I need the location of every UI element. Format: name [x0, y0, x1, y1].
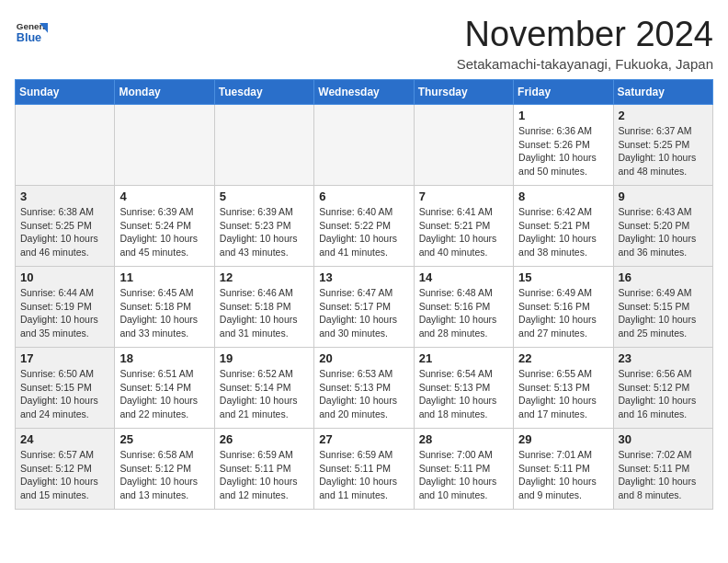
day-number: 3	[20, 190, 109, 203]
calendar-day-cell: 25Sunrise: 6:58 AMSunset: 5:12 PMDayligh…	[115, 429, 214, 510]
calendar-day-cell: 11Sunrise: 6:45 AMSunset: 5:18 PMDayligh…	[115, 267, 214, 348]
calendar-day-cell: 24Sunrise: 6:57 AMSunset: 5:12 PMDayligh…	[16, 429, 115, 510]
day-info: Sunrise: 6:49 AMSunset: 5:16 PMDaylight:…	[518, 286, 608, 340]
location: Setakamachi-takayanagi, Fukuoka, Japan	[457, 56, 713, 72]
day-number: 27	[319, 432, 408, 446]
day-info: Sunrise: 6:58 AMSunset: 5:12 PMDaylight:…	[119, 448, 209, 502]
day-info: Sunrise: 6:36 AMSunset: 5:26 PMDaylight:…	[518, 124, 608, 178]
calendar-day-cell: 7Sunrise: 6:41 AMSunset: 5:21 PMDaylight…	[414, 186, 513, 267]
day-info: Sunrise: 6:41 AMSunset: 5:21 PMDaylight:…	[419, 205, 508, 259]
day-number: 30	[619, 432, 708, 446]
calendar-day-cell: 22Sunrise: 6:55 AMSunset: 5:13 PMDayligh…	[514, 348, 613, 429]
day-number: 7	[419, 190, 508, 203]
day-number: 15	[518, 270, 608, 284]
calendar-day-cell: 17Sunrise: 6:50 AMSunset: 5:15 PMDayligh…	[16, 348, 115, 429]
day-info: Sunrise: 6:52 AMSunset: 5:14 PMDaylight:…	[220, 367, 309, 421]
calendar-week-row: 10Sunrise: 6:44 AMSunset: 5:19 PMDayligh…	[16, 267, 713, 348]
calendar-day-cell: 1Sunrise: 6:36 AMSunset: 5:26 PMDaylight…	[514, 105, 613, 186]
day-of-week-header: Thursday	[414, 80, 513, 105]
day-number: 25	[119, 432, 209, 446]
calendar-day-cell: 23Sunrise: 6:56 AMSunset: 5:12 PMDayligh…	[613, 348, 712, 429]
day-number: 10	[20, 270, 109, 284]
day-info: Sunrise: 6:57 AMSunset: 5:12 PMDaylight:…	[20, 448, 109, 502]
page-header: General Blue November 2024 Setakamachi-t…	[15, 15, 713, 72]
day-of-week-header: Saturday	[613, 80, 712, 105]
calendar-day-cell: 15Sunrise: 6:49 AMSunset: 5:16 PMDayligh…	[514, 267, 613, 348]
day-number: 13	[319, 270, 408, 284]
calendar-day-cell: 27Sunrise: 6:59 AMSunset: 5:11 PMDayligh…	[314, 429, 414, 510]
calendar-week-row: 1Sunrise: 6:36 AMSunset: 5:26 PMDaylight…	[16, 105, 713, 186]
calendar-day-cell: 18Sunrise: 6:51 AMSunset: 5:14 PMDayligh…	[115, 348, 214, 429]
day-info: Sunrise: 6:55 AMSunset: 5:13 PMDaylight:…	[518, 367, 608, 421]
calendar-day-cell: 2Sunrise: 6:37 AMSunset: 5:25 PMDaylight…	[613, 105, 712, 186]
day-number: 22	[518, 351, 608, 365]
calendar-day-cell: 13Sunrise: 6:47 AMSunset: 5:17 PMDayligh…	[314, 267, 414, 348]
day-info: Sunrise: 6:37 AMSunset: 5:25 PMDaylight:…	[619, 124, 708, 178]
calendar-table: SundayMondayTuesdayWednesdayThursdayFrid…	[15, 79, 713, 510]
month-title: November 2024	[457, 15, 713, 54]
day-info: Sunrise: 6:38 AMSunset: 5:25 PMDaylight:…	[20, 205, 109, 259]
day-info: Sunrise: 6:42 AMSunset: 5:21 PMDaylight:…	[518, 205, 608, 259]
day-number: 21	[419, 351, 508, 365]
day-number: 17	[20, 351, 109, 365]
day-number: 6	[319, 190, 408, 203]
calendar-day-cell: 28Sunrise: 7:00 AMSunset: 5:11 PMDayligh…	[414, 429, 513, 510]
day-of-week-header: Tuesday	[214, 80, 313, 105]
day-number: 9	[619, 190, 708, 203]
calendar-day-cell: 19Sunrise: 6:52 AMSunset: 5:14 PMDayligh…	[214, 348, 313, 429]
day-of-week-header: Monday	[115, 80, 214, 105]
day-info: Sunrise: 6:50 AMSunset: 5:15 PMDaylight:…	[20, 367, 109, 421]
calendar-day-cell	[16, 105, 115, 186]
day-info: Sunrise: 7:02 AMSunset: 5:11 PMDaylight:…	[619, 448, 708, 502]
day-number: 24	[20, 432, 109, 446]
calendar-day-cell	[115, 105, 214, 186]
calendar-week-row: 24Sunrise: 6:57 AMSunset: 5:12 PMDayligh…	[16, 429, 713, 510]
day-info: Sunrise: 6:54 AMSunset: 5:13 PMDaylight:…	[419, 367, 508, 421]
day-info: Sunrise: 7:01 AMSunset: 5:11 PMDaylight:…	[518, 448, 608, 502]
calendar-day-cell: 20Sunrise: 6:53 AMSunset: 5:13 PMDayligh…	[314, 348, 414, 429]
day-info: Sunrise: 6:56 AMSunset: 5:12 PMDaylight:…	[619, 367, 708, 421]
calendar-day-cell: 16Sunrise: 6:49 AMSunset: 5:15 PMDayligh…	[613, 267, 712, 348]
calendar-day-cell: 9Sunrise: 6:43 AMSunset: 5:20 PMDaylight…	[613, 186, 712, 267]
day-number: 4	[119, 190, 209, 203]
day-number: 8	[518, 190, 608, 203]
svg-text:Blue: Blue	[17, 31, 41, 44]
day-number: 2	[619, 109, 708, 122]
calendar-day-cell: 30Sunrise: 7:02 AMSunset: 5:11 PMDayligh…	[613, 429, 712, 510]
day-number: 14	[419, 270, 508, 284]
logo: General Blue	[15, 15, 51, 48]
day-number: 28	[419, 432, 508, 446]
calendar-day-cell: 21Sunrise: 6:54 AMSunset: 5:13 PMDayligh…	[414, 348, 513, 429]
calendar-day-cell: 12Sunrise: 6:46 AMSunset: 5:18 PMDayligh…	[214, 267, 313, 348]
calendar-day-cell: 6Sunrise: 6:40 AMSunset: 5:22 PMDaylight…	[314, 186, 414, 267]
day-of-week-header: Wednesday	[314, 80, 414, 105]
calendar-day-cell	[314, 105, 414, 186]
day-info: Sunrise: 6:53 AMSunset: 5:13 PMDaylight:…	[319, 367, 408, 421]
day-number: 11	[119, 270, 209, 284]
day-number: 1	[518, 109, 608, 122]
title-area: November 2024 Setakamachi-takayanagi, Fu…	[457, 15, 713, 72]
calendar-day-cell: 29Sunrise: 7:01 AMSunset: 5:11 PMDayligh…	[514, 429, 613, 510]
day-of-week-header: Sunday	[16, 80, 115, 105]
day-info: Sunrise: 6:45 AMSunset: 5:18 PMDaylight:…	[119, 286, 209, 340]
day-info: Sunrise: 6:44 AMSunset: 5:19 PMDaylight:…	[20, 286, 109, 340]
day-info: Sunrise: 6:43 AMSunset: 5:20 PMDaylight:…	[619, 205, 708, 259]
day-info: Sunrise: 6:59 AMSunset: 5:11 PMDaylight:…	[319, 448, 408, 502]
calendar-header-row: SundayMondayTuesdayWednesdayThursdayFrid…	[16, 80, 713, 105]
day-number: 18	[119, 351, 209, 365]
day-info: Sunrise: 6:59 AMSunset: 5:11 PMDaylight:…	[220, 448, 309, 502]
day-info: Sunrise: 6:49 AMSunset: 5:15 PMDaylight:…	[619, 286, 708, 340]
day-info: Sunrise: 7:00 AMSunset: 5:11 PMDaylight:…	[419, 448, 508, 502]
calendar-day-cell	[214, 105, 313, 186]
calendar-day-cell: 5Sunrise: 6:39 AMSunset: 5:23 PMDaylight…	[214, 186, 313, 267]
calendar-day-cell: 26Sunrise: 6:59 AMSunset: 5:11 PMDayligh…	[214, 429, 313, 510]
day-info: Sunrise: 6:51 AMSunset: 5:14 PMDaylight:…	[119, 367, 209, 421]
day-info: Sunrise: 6:40 AMSunset: 5:22 PMDaylight:…	[319, 205, 408, 259]
calendar-day-cell	[414, 105, 513, 186]
day-number: 29	[518, 432, 608, 446]
calendar-day-cell: 10Sunrise: 6:44 AMSunset: 5:19 PMDayligh…	[16, 267, 115, 348]
day-info: Sunrise: 6:46 AMSunset: 5:18 PMDaylight:…	[220, 286, 309, 340]
calendar-week-row: 3Sunrise: 6:38 AMSunset: 5:25 PMDaylight…	[16, 186, 713, 267]
day-info: Sunrise: 6:48 AMSunset: 5:16 PMDaylight:…	[419, 286, 508, 340]
day-of-week-header: Friday	[514, 80, 613, 105]
